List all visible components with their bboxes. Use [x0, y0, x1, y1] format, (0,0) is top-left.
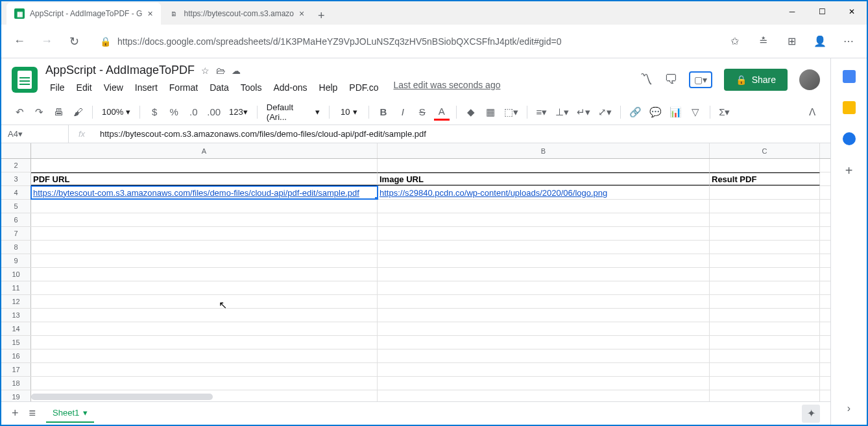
move-icon[interactable]: 🗁	[216, 65, 225, 76]
font-select[interactable]: Default (Ari... ▾	[264, 102, 322, 122]
currency-button[interactable]: $	[147, 104, 162, 121]
row-header[interactable]: 2	[1, 159, 31, 172]
cell[interactable]: PDF URL	[31, 172, 378, 185]
cell[interactable]	[31, 227, 378, 240]
cell[interactable]	[31, 349, 378, 362]
cell[interactable]: https://s29840.pcdn.co/wp-content/upload…	[378, 186, 710, 199]
menu-addons[interactable]: Add-ons	[269, 80, 311, 95]
italic-button[interactable]: I	[395, 104, 411, 121]
cell[interactable]	[31, 213, 378, 226]
collections-icon[interactable]: ⊞	[781, 31, 802, 52]
last-edit-link[interactable]: Last edit was seconds ago	[393, 80, 500, 95]
text-color-button[interactable]: A	[434, 104, 450, 121]
comment-button[interactable]: 💬	[647, 104, 664, 121]
merge-button[interactable]: ⬚▾	[502, 104, 520, 121]
cell[interactable]	[378, 363, 710, 376]
cell[interactable]	[378, 336, 710, 349]
wrap-button[interactable]: ↵▾	[575, 104, 592, 121]
menu-icon[interactable]: ⋯	[838, 31, 859, 52]
cell[interactable]	[710, 390, 820, 401]
cell[interactable]	[31, 309, 378, 322]
zoom-select[interactable]: 100% ▾	[99, 107, 133, 117]
collapse-toolbar-button[interactable]: ᐱ	[804, 104, 820, 121]
cell[interactable]	[710, 186, 820, 199]
menu-file[interactable]: File	[45, 80, 69, 95]
row-header[interactable]: 4	[1, 186, 31, 199]
keep-icon[interactable]	[843, 101, 856, 114]
share-button[interactable]: 🔒 Share	[724, 69, 788, 91]
cell[interactable]	[31, 241, 378, 254]
cell[interactable]	[31, 281, 378, 294]
cell[interactable]	[378, 227, 710, 240]
valign-button[interactable]: ⊥▾	[553, 104, 571, 121]
print-button[interactable]: 🖶	[51, 104, 66, 121]
cell[interactable]: https://bytescout-com.s3.amazonaws.com/f…	[31, 186, 378, 199]
formula-input[interactable]: https://bytescout-com.s3.amazonaws.com/f…	[95, 129, 830, 139]
row-header[interactable]: 16	[1, 349, 31, 362]
cell[interactable]	[378, 390, 710, 401]
cell[interactable]	[710, 200, 820, 213]
row-header[interactable]: 5	[1, 200, 31, 213]
profile-icon[interactable]: 👤	[810, 31, 830, 52]
cell[interactable]	[710, 227, 820, 240]
sheets-logo-icon[interactable]	[12, 67, 38, 93]
row-header[interactable]: 15	[1, 336, 31, 349]
sheet-tab-active[interactable]: Sheet1 ▾	[46, 404, 94, 423]
row-header[interactable]: 12	[1, 295, 31, 308]
percent-button[interactable]: %	[166, 104, 182, 121]
menu-format[interactable]: Format	[165, 80, 202, 95]
functions-button[interactable]: Σ▾	[717, 104, 732, 121]
forward-button[interactable]: →	[36, 31, 57, 52]
cell[interactable]	[31, 159, 378, 172]
menu-pdfco[interactable]: PDF.co	[344, 80, 383, 95]
cell[interactable]	[378, 377, 710, 390]
cell[interactable]	[31, 254, 378, 267]
decimal-decrease-button[interactable]: .0	[186, 104, 201, 121]
favorite-icon[interactable]: ✩	[724, 31, 745, 52]
maximize-button[interactable]: ☐	[807, 1, 837, 22]
cell[interactable]	[710, 268, 820, 281]
paint-format-button[interactable]: 🖌	[70, 104, 86, 121]
cell[interactable]	[710, 281, 820, 294]
name-box[interactable]: A4 ▾	[1, 125, 69, 143]
row-header[interactable]: 9	[1, 254, 31, 267]
new-tab-button[interactable]: +	[312, 6, 330, 25]
cell[interactable]	[710, 336, 820, 349]
cell[interactable]	[31, 377, 378, 390]
cell[interactable]	[378, 295, 710, 308]
borders-button[interactable]: ▦	[483, 104, 498, 121]
row-header[interactable]: 8	[1, 241, 31, 254]
row-header[interactable]: 17	[1, 363, 31, 376]
cell[interactable]	[710, 309, 820, 322]
chart-button[interactable]: 📊	[668, 104, 684, 121]
row-header[interactable]: 6	[1, 213, 31, 226]
present-icon[interactable]: ▢▾	[689, 71, 712, 88]
account-avatar[interactable]	[799, 69, 820, 90]
bold-button[interactable]: B	[376, 104, 391, 121]
cloud-icon[interactable]: ☁	[232, 65, 241, 76]
cell[interactable]	[378, 241, 710, 254]
doc-title[interactable]: AppScript - AddImageToPDF	[45, 64, 195, 77]
format-select[interactable]: 123▾	[226, 107, 250, 117]
cell[interactable]	[378, 268, 710, 281]
cell[interactable]: Image URL	[378, 172, 710, 185]
cell[interactable]	[710, 213, 820, 226]
cell[interactable]	[378, 159, 710, 172]
cell[interactable]	[31, 200, 378, 213]
minimize-button[interactable]: ─	[777, 1, 807, 22]
select-all-corner[interactable]	[1, 143, 31, 158]
link-button[interactable]: 🔗	[627, 104, 644, 121]
cell[interactable]	[31, 268, 378, 281]
cell[interactable]	[378, 213, 710, 226]
cell[interactable]	[710, 241, 820, 254]
menu-tools[interactable]: Tools	[236, 80, 267, 95]
col-header-a[interactable]: A	[31, 143, 378, 158]
tasks-icon[interactable]	[843, 132, 856, 145]
row-header[interactable]: 10	[1, 268, 31, 281]
activity-icon[interactable]: 〽	[640, 72, 653, 87]
browser-tab-active[interactable]: ▦ AppScript - AddImageToPDF - G ×	[6, 3, 161, 25]
cell[interactable]	[31, 336, 378, 349]
fill-color-button[interactable]: ◆	[463, 104, 479, 121]
col-header-c[interactable]: C	[710, 143, 820, 158]
row-header[interactable]: 19	[1, 390, 31, 401]
